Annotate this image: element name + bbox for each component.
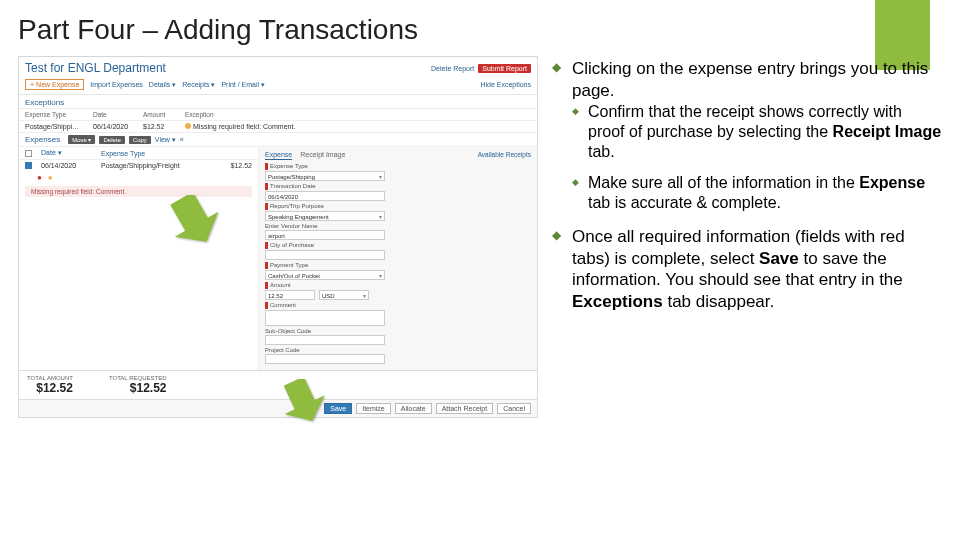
label-vendor: Enter Vendor Name [265,223,531,229]
totals-bar: TOTAL AMOUNT $12.52 TOTAL REQUESTED $12.… [19,370,537,399]
slide-title: Part Four – Adding Transactions [18,14,960,46]
save-button[interactable]: Save [324,403,352,414]
bold-receipt-image: Receipt Image [833,123,941,140]
expense-app: Test for ENGL Department Delete Report S… [18,56,538,418]
tab-expense[interactable]: Expense [265,151,292,160]
expense-row[interactable]: 06/14/2020 Postage/Shipping/Freight $12.… [19,160,258,171]
input-vendor[interactable]: airport [265,230,385,240]
col-date: Date [93,111,135,118]
field-transaction-date: Transaction Date 06/14/2020 [265,183,531,201]
exception-row[interactable]: Postage/Shippi… 06/14/2020 $12.52 Missin… [19,121,537,133]
input-comment[interactable] [265,310,385,326]
label-amount: Amount [265,282,531,289]
itemize-button[interactable]: Itemize [356,403,391,414]
total-requested: TOTAL REQUESTED $12.52 [109,375,167,395]
row-type: Postage/Shipping/Freight [101,162,225,169]
total-amount-value: $12.52 [27,381,73,395]
delete-button[interactable]: Delete [99,136,124,144]
new-expense-label: New Expense [36,81,79,88]
collapse-button[interactable]: « [180,136,184,143]
error-icon: ● [37,173,42,182]
input-transaction-date[interactable]: 06/14/2020 [265,191,385,201]
warning-icon-2: ● [48,173,53,182]
delete-report-link[interactable]: Delete Report [431,65,474,72]
label-transaction-date: Transaction Date [265,183,531,190]
report-title: Test for ENGL Department [25,61,166,75]
col-expense-type: Expense Type [25,111,85,118]
cancel-button[interactable]: Cancel [497,403,531,414]
exceptions-columns: Expense Type Date Amount Exception [19,109,537,121]
slide-content: Test for ENGL Department Delete Report S… [0,56,960,418]
svg-marker-0 [169,195,219,245]
total-requested-value: $12.52 [109,381,167,395]
field-project-code: Project Code [265,347,531,364]
hide-exceptions-link[interactable]: Hide Exceptions [480,81,531,88]
bold-exceptions: Exceptions [572,292,663,311]
toolbar: +New Expense Import Expenses Details ▾ R… [19,77,537,95]
bold-save: Save [759,249,799,268]
expense-list-head: Date ▾ Expense Type [19,147,258,160]
details-menu[interactable]: Details ▾ [149,81,176,89]
input-city[interactable] [265,250,385,260]
label-expense-type: Expense Type [265,163,531,170]
callout-arrow-save [281,379,325,423]
available-receipts-link[interactable]: Available Receipts [478,151,531,158]
receipts-menu[interactable]: Receipts ▾ [182,81,215,89]
expenses-toolbar: Expenses Move ▾ Delete Copy View ▾ « [19,133,537,147]
field-payment-type: Payment Type Cash/Out of Pocket [265,262,531,280]
label-payment-type: Payment Type [265,262,531,269]
bullet-1b: Make sure all of the information in the … [572,173,942,214]
submit-report-button[interactable]: Submit Report [478,64,531,73]
view-menu[interactable]: View ▾ [155,136,176,144]
input-project-code[interactable] [265,354,385,364]
input-expense-type[interactable]: Postage/Shipping [265,171,385,181]
bullet-1-text: Clicking on the expense entry brings you… [572,59,928,100]
print-email-menu[interactable]: Print / Email ▾ [221,81,265,89]
exc-message: Missing required field: Comment. [185,123,295,130]
expense-list: Date ▾ Expense Type 06/14/2020 Postage/S… [19,147,259,370]
label-comment: Comment [265,302,531,309]
tab-receipt-image[interactable]: Receipt Image [300,151,345,160]
input-amount[interactable]: 12.52 [265,290,315,300]
bullet-2: Once all required information (fields wi… [552,226,942,313]
field-vendor: Enter Vendor Name airport [265,223,531,240]
svg-marker-1 [281,379,325,423]
main-split: Date ▾ Expense Type 06/14/2020 Postage/S… [19,147,537,370]
notes-panel: Clicking on the expense entry brings you… [552,56,942,418]
col-date-sort[interactable]: Date ▾ [41,149,95,157]
expenses-heading: Expenses [25,135,60,144]
app-header: Test for ENGL Department Delete Report S… [19,57,537,77]
col-amount: Amount [143,111,177,118]
label-project-code: Project Code [265,347,531,353]
move-button[interactable]: Move ▾ [68,135,95,144]
callout-arrow-entry [169,195,219,245]
input-purpose[interactable]: Speaking Engagement [265,211,385,221]
input-sub-object[interactable] [265,335,385,345]
warning-icon [185,123,191,129]
total-amount: TOTAL AMOUNT $12.52 [27,375,73,395]
exc-type: Postage/Shippi… [25,123,85,130]
select-all-checkbox[interactable] [25,150,32,157]
allocate-button[interactable]: Allocate [395,403,432,414]
label-city: City of Purchase [265,242,531,249]
row-checkbox[interactable] [25,162,32,169]
row-date: 06/14/2020 [41,162,95,169]
copy-button[interactable]: Copy [129,136,151,144]
bullet-1: Clicking on the expense entry brings you… [552,58,942,214]
label-sub-object: Sub-Object Code [265,328,531,334]
bold-expense: Expense [859,174,925,191]
attach-receipt-button[interactable]: Attach Receipt [436,403,494,414]
row-status-icons: ● ● [19,171,258,184]
expense-form: Available Receipts Expense Receipt Image… [259,147,537,370]
input-currency[interactable]: USD [319,290,369,300]
row-amount: $12.52 [231,162,252,169]
form-footer: Save Itemize Allocate Attach Receipt Can… [19,399,537,417]
bullet-1a: Confirm that the receipt shows correctly… [572,102,942,163]
col-type-sort[interactable]: Expense Type [101,150,145,157]
input-payment-type[interactable]: Cash/Out of Pocket [265,270,385,280]
field-city: City of Purchase [265,242,531,260]
new-expense-button[interactable]: +New Expense [25,79,84,90]
exc-amount: $12.52 [143,123,177,130]
field-comment: Comment [265,302,531,326]
import-expenses-link[interactable]: Import Expenses [90,81,143,88]
